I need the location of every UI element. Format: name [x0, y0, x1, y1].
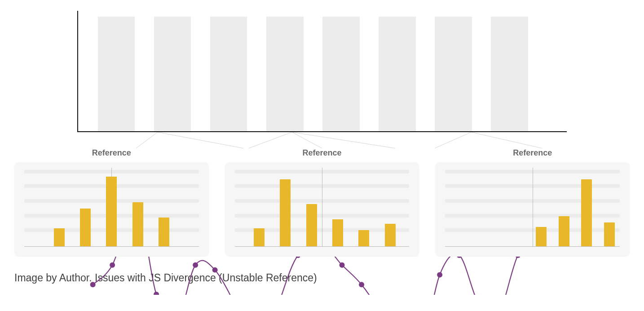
reference-card: Reference: [225, 148, 419, 257]
vertical-axis: [322, 168, 322, 247]
svg-point-12: [340, 262, 345, 268]
histogram-bar: [254, 228, 265, 247]
histogram-bar: [80, 209, 91, 247]
svg-point-5: [193, 262, 198, 268]
histogram-bar: [280, 179, 291, 247]
histogram-bar: [332, 219, 343, 247]
histogram-bar: [132, 202, 143, 247]
svg-point-3: [154, 292, 159, 295]
top-chart-area: [14, 11, 630, 148]
reference-card: Reference: [435, 148, 630, 257]
histogram-bar: [581, 179, 592, 247]
reference-histogram: [14, 162, 209, 257]
reference-histogram: [225, 162, 419, 257]
histogram-bar: [106, 177, 117, 247]
reference-charts-row: ReferenceReferenceReference: [14, 148, 630, 257]
histogram-bar: [159, 218, 169, 247]
svg-point-6: [212, 267, 218, 273]
histogram-bar: [559, 216, 569, 247]
svg-point-13: [359, 282, 364, 287]
histogram-bar: [385, 224, 396, 247]
top-line-chart: [77, 11, 567, 132]
svg-point-17: [437, 272, 442, 278]
vertical-axis: [533, 168, 533, 247]
histogram-bar: [358, 230, 369, 247]
svg-point-1: [110, 262, 115, 268]
reference-histogram: [435, 162, 630, 257]
histogram-bar: [54, 228, 65, 247]
svg-point-0: [90, 282, 96, 287]
histogram-bar: [306, 204, 317, 247]
baseline: [445, 246, 620, 247]
histogram-bar: [604, 222, 615, 247]
reference-card: Reference: [14, 148, 209, 257]
histogram-bar: [536, 227, 547, 247]
baseline: [235, 246, 410, 247]
baseline: [24, 246, 199, 247]
